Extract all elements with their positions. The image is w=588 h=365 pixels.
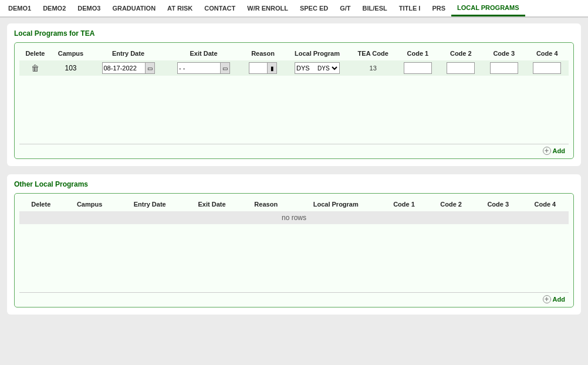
tea-code-value: 13 — [370, 65, 377, 72]
other-col-delete: Delete — [19, 198, 63, 211]
other-col-code1: Code 1 — [380, 198, 427, 211]
code4-input[interactable] — [533, 62, 561, 74]
local-program-dropdown[interactable]: DYS — [315, 63, 339, 73]
other-table-container: Delete Campus Entry Date Exit Date Reaso… — [14, 193, 574, 307]
other-col-local-program: Local Program — [291, 198, 380, 211]
empty-row-1 — [19, 76, 569, 89]
tea-table-container: Delete Campus Entry Date Exit Date Reaso… — [14, 42, 574, 159]
col-header-reason: Reason — [241, 48, 284, 60]
empty-row-3 — [19, 102, 569, 114]
exit-date-wrapper: ▭ — [177, 62, 230, 74]
code1-cell — [396, 60, 439, 76]
tab-wr-enroll[interactable]: W/R ENROLL — [241, 0, 294, 16]
reason-input[interactable] — [249, 63, 267, 73]
code4-cell — [525, 60, 569, 76]
other-add-link[interactable]: + Add — [543, 295, 565, 303]
exit-date-cell: ▭ — [166, 60, 242, 76]
tab-bil-esl[interactable]: BIL/ESL — [357, 0, 393, 16]
other-empty-row-4 — [19, 263, 569, 276]
col-header-code4: Code 4 — [525, 48, 569, 60]
no-rows-row: no rows — [19, 211, 569, 224]
tab-prs[interactable]: PRS — [426, 0, 451, 16]
col-header-code3: Code 3 — [482, 48, 525, 60]
other-col-reason: Reason — [241, 198, 291, 211]
code3-cell — [482, 60, 525, 76]
add-circle-icon: + — [543, 147, 551, 155]
other-add-row: + Add — [19, 292, 569, 305]
other-section: Other Local Programs Delete Campus Entry… — [7, 174, 581, 315]
tea-table: Delete Campus Entry Date Exit Date Reaso… — [19, 48, 569, 140]
other-section-title: Other Local Programs — [14, 180, 574, 188]
entry-date-calendar-button[interactable]: ▭ — [145, 63, 154, 73]
main-content: Local Programs for TEA Delete Campus Ent… — [0, 18, 588, 365]
delete-cell: 🗑 — [19, 60, 51, 76]
tab-local-programs[interactable]: LOCAL PROGRAMS — [451, 0, 525, 16]
trash-icon: 🗑 — [31, 63, 39, 73]
col-header-tea-code: TEA Code — [350, 48, 396, 60]
tab-demo1[interactable]: DEMO1 — [2, 0, 37, 16]
other-col-entry-date: Entry Date — [117, 198, 183, 211]
code2-input[interactable] — [447, 62, 475, 74]
reason-lookup-button[interactable]: ▮ — [267, 63, 276, 73]
no-rows-cell: no rows — [19, 211, 569, 224]
entry-date-cell: ▭ — [90, 60, 166, 76]
local-program-wrapper: DYS — [295, 62, 340, 74]
code2-cell — [440, 60, 482, 76]
code1-input[interactable] — [404, 62, 432, 74]
tab-gt[interactable]: G/T — [334, 0, 356, 16]
col-header-delete: Delete — [19, 48, 51, 60]
col-header-local-program: Local Program — [285, 48, 350, 60]
tab-spec-ed[interactable]: SPEC ED — [294, 0, 334, 16]
entry-date-input[interactable] — [103, 63, 145, 73]
tea-add-label: Add — [553, 147, 565, 154]
other-empty-row-2 — [19, 237, 569, 250]
tab-demo3[interactable]: DEMO3 — [72, 0, 106, 16]
col-header-entry-date: Entry Date — [90, 48, 166, 60]
other-col-exit-date: Exit Date — [183, 198, 241, 211]
campus-value: 103 — [65, 64, 77, 72]
col-header-code2: Code 2 — [440, 48, 482, 60]
delete-button[interactable]: 🗑 — [31, 63, 39, 73]
tea-section: Local Programs for TEA Delete Campus Ent… — [7, 23, 581, 166]
col-header-code1: Code 1 — [396, 48, 439, 60]
local-program-cell: DYS — [285, 60, 350, 76]
reason-cell: ▮ — [241, 60, 284, 76]
other-empty-row-3 — [19, 250, 569, 263]
table-row: 🗑 103 ▭ — [19, 60, 569, 76]
empty-row-5 — [19, 127, 569, 140]
campus-cell: 103 — [51, 60, 90, 76]
tab-demo2[interactable]: DEMO2 — [37, 0, 72, 16]
other-col-code2: Code 2 — [428, 198, 475, 211]
tab-at-risk[interactable]: AT RISK — [161, 0, 198, 16]
other-col-campus: Campus — [63, 198, 117, 211]
other-empty-row-5 — [19, 276, 569, 289]
entry-date-wrapper: ▭ — [102, 62, 155, 74]
reason-wrapper: ▮ — [249, 62, 277, 74]
tab-graduation[interactable]: GRADUATION — [106, 0, 161, 16]
tea-add-row: + Add — [19, 144, 569, 156]
other-table: Delete Campus Entry Date Exit Date Reaso… — [19, 198, 569, 289]
other-empty-row-1 — [19, 224, 569, 237]
empty-row-2 — [19, 89, 569, 102]
tab-title-i[interactable]: TITLE I — [393, 0, 427, 16]
empty-row-4 — [19, 114, 569, 127]
other-col-code3: Code 3 — [475, 198, 522, 211]
other-col-code4: Code 4 — [522, 198, 569, 211]
exit-date-input[interactable] — [178, 63, 220, 73]
col-header-exit-date: Exit Date — [166, 48, 242, 60]
tab-contact[interactable]: CONTACT — [198, 0, 241, 16]
col-header-campus: Campus — [51, 48, 90, 60]
other-add-label: Add — [553, 296, 565, 303]
local-program-input[interactable] — [295, 63, 315, 73]
code3-input[interactable] — [490, 62, 518, 74]
exit-date-calendar-button[interactable]: ▭ — [220, 63, 229, 73]
other-add-circle-icon: + — [543, 295, 551, 303]
tea-add-link[interactable]: + Add — [543, 147, 565, 155]
tea-code-cell: 13 — [350, 60, 396, 76]
nav-bar: DEMO1 DEMO2 DEMO3 GRADUATION AT RISK CON… — [0, 0, 588, 18]
tea-section-title: Local Programs for TEA — [14, 29, 574, 38]
